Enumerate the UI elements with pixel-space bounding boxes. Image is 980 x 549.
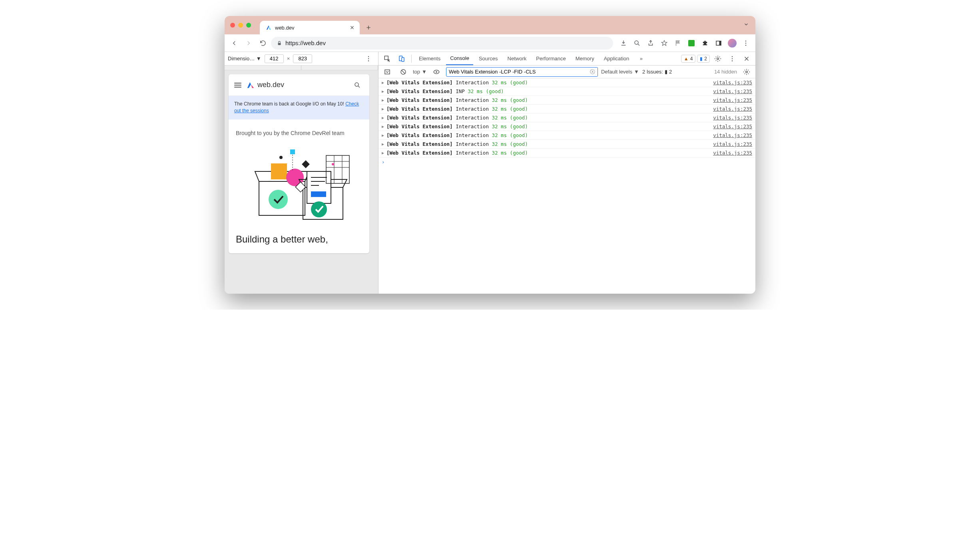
console-sidebar-toggle[interactable] [381, 66, 394, 78]
svg-rect-13 [271, 163, 287, 179]
browser-tab[interactable]: web.dev [260, 21, 360, 34]
expand-chevron-icon[interactable]: ▶ [382, 124, 384, 129]
console-log-row[interactable]: ▶[Web Vitals Extension] Interaction 32 m… [378, 96, 755, 105]
log-source-link[interactable]: vitals.js:235 [713, 97, 752, 103]
console-log-row[interactable]: ▶[Web Vitals Extension] Interaction 32 m… [378, 105, 755, 113]
site-logo[interactable]: web.dev [246, 81, 284, 90]
zoom-button[interactable] [631, 37, 643, 50]
tab-sources[interactable]: Sources [475, 52, 502, 65]
console-log-row[interactable]: ▶[Web Vitals Extension] Interaction 32 m… [378, 140, 755, 149]
address-bar[interactable]: https://web.dev [271, 37, 613, 50]
log-message: [Web Vitals Extension] Interaction 32 ms… [386, 115, 711, 121]
device-dropdown[interactable]: Dimensio… ▼ [228, 56, 261, 62]
more-tabs-button[interactable]: » [635, 52, 647, 65]
log-source-link[interactable]: vitals.js:235 [713, 115, 752, 121]
expand-chevron-icon[interactable]: ▶ [382, 89, 384, 93]
hero-illustration [229, 139, 369, 231]
extensions-button[interactable] [699, 37, 711, 50]
downloads-button[interactable] [617, 37, 630, 50]
console-log-row[interactable]: ▶[Web Vitals Extension] Interaction 32 m… [378, 78, 755, 87]
chrome-window: web.dev https://web.dev [225, 16, 755, 294]
console-filter[interactable]: ⓧ [446, 67, 598, 77]
log-message: [Web Vitals Extension] Interaction 32 ms… [386, 123, 711, 129]
svg-rect-32 [302, 160, 310, 168]
log-source-link[interactable]: vitals.js:235 [713, 106, 752, 112]
svg-point-1 [635, 41, 638, 44]
sidepanel-button[interactable] [712, 37, 725, 50]
console-log-row[interactable]: ▶[Web Vitals Extension] Interaction 32 m… [378, 113, 755, 122]
console-filter-input[interactable] [449, 69, 588, 75]
svg-rect-22 [311, 191, 326, 197]
devtools-container: Dimensio… ▼ × web.dev [225, 52, 755, 294]
forward-button[interactable] [242, 37, 255, 50]
tab-network[interactable]: Network [504, 52, 531, 65]
device-more-button[interactable] [362, 52, 375, 65]
close-window-button[interactable] [230, 23, 235, 28]
maximize-window-button[interactable] [246, 23, 251, 28]
share-button[interactable] [644, 37, 657, 50]
back-button[interactable] [228, 37, 241, 50]
log-source-link[interactable]: vitals.js:235 [713, 132, 752, 138]
expand-chevron-icon[interactable]: ▶ [382, 142, 384, 146]
device-mode-button[interactable] [395, 52, 408, 65]
tab-title: web.dev [275, 25, 346, 31]
profile-avatar[interactable] [726, 37, 739, 50]
devtools-settings-button[interactable] [711, 52, 724, 65]
messages-badge[interactable]: ▮2 [697, 55, 710, 63]
device-height-input[interactable] [293, 54, 312, 63]
warning-icon: ▲ [684, 56, 689, 62]
green-ext-icon[interactable] [685, 37, 698, 50]
console-log-row[interactable]: ▶[Web Vitals Extension] INP 32 ms (good)… [378, 87, 755, 96]
expand-chevron-icon[interactable]: ▶ [382, 80, 384, 85]
tab-performance[interactable]: Performance [532, 52, 570, 65]
console-log-row[interactable]: ▶[Web Vitals Extension] Interaction 32 m… [378, 131, 755, 140]
minimize-window-button[interactable] [238, 23, 243, 28]
clear-filter-button[interactable]: ⓧ [590, 68, 595, 76]
svg-rect-30 [290, 149, 295, 154]
chrome-menu-button[interactable] [739, 37, 752, 50]
log-source-link[interactable]: vitals.js:235 [713, 88, 752, 94]
svg-point-4 [745, 40, 747, 42]
tab-elements[interactable]: Elements [415, 52, 444, 65]
chevron-down-icon [743, 22, 749, 27]
live-expression-button[interactable] [430, 66, 443, 78]
log-source-link[interactable]: vitals.js:235 [713, 141, 752, 147]
tab-memory[interactable]: Memory [572, 52, 598, 65]
log-message: [Web Vitals Extension] Interaction 32 ms… [386, 150, 711, 156]
device-width-input[interactable] [265, 54, 284, 63]
console-settings-button[interactable] [740, 66, 753, 78]
tab-console[interactable]: Console [446, 52, 473, 65]
new-tab-button[interactable] [363, 22, 374, 33]
log-message: [Web Vitals Extension] Interaction 32 ms… [386, 141, 711, 147]
svg-point-46 [746, 71, 748, 73]
expand-chevron-icon[interactable]: ▶ [382, 98, 384, 102]
console-prompt[interactable]: › [378, 157, 755, 167]
devtools-menu-button[interactable] [726, 52, 739, 65]
tab-application[interactable]: Application [600, 52, 633, 65]
issues-button[interactable]: 2 Issues: ▮ 2 [642, 69, 672, 75]
flag-ext-icon[interactable] [671, 37, 684, 50]
warnings-badge[interactable]: ▲4 [681, 55, 696, 63]
tabs-dropdown-button[interactable] [743, 22, 749, 29]
inspect-element-button[interactable] [381, 52, 394, 65]
site-name: web.dev [257, 81, 284, 89]
expand-chevron-icon[interactable]: ▶ [382, 151, 384, 155]
log-source-link[interactable]: vitals.js:235 [713, 150, 752, 156]
close-tab-button[interactable] [349, 25, 355, 30]
context-selector[interactable]: top ▼ [413, 69, 427, 75]
log-source-link[interactable]: vitals.js:235 [713, 123, 752, 129]
log-source-link[interactable]: vitals.js:235 [713, 80, 752, 86]
expand-chevron-icon[interactable]: ▶ [382, 115, 384, 120]
search-button[interactable] [351, 79, 364, 92]
console-log-row[interactable]: ▶[Web Vitals Extension] Interaction 32 m… [378, 149, 755, 157]
clear-console-button[interactable] [397, 66, 410, 78]
console-log-row[interactable]: ▶[Web Vitals Extension] Interaction 32 m… [378, 122, 755, 131]
reload-button[interactable] [257, 37, 269, 50]
bookmark-button[interactable] [658, 37, 671, 50]
svg-point-9 [368, 60, 369, 61]
expand-chevron-icon[interactable]: ▶ [382, 133, 384, 137]
expand-chevron-icon[interactable]: ▶ [382, 107, 384, 111]
log-levels-dropdown[interactable]: Default levels ▼ [601, 69, 639, 75]
devtools-close-button[interactable] [740, 52, 753, 65]
hamburger-menu-button[interactable] [234, 83, 241, 88]
